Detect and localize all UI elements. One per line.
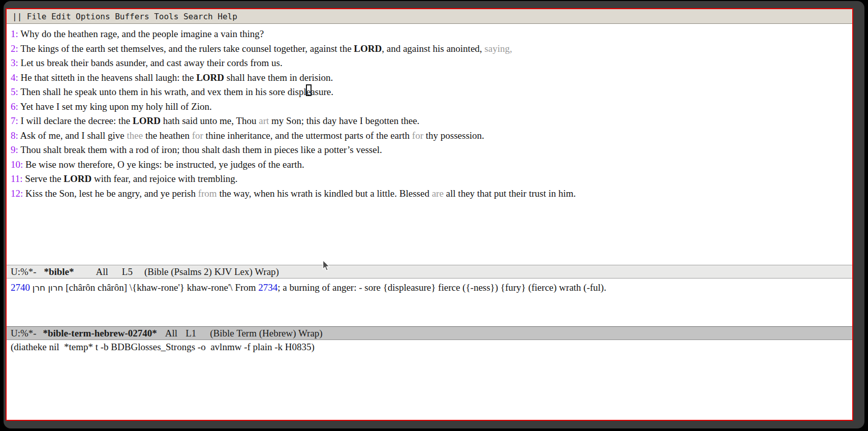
verse-line[interactable]: 9: Thou shalt break them with a rod of i… [11,143,852,158]
verse-text: thy possession. [423,130,484,141]
verse-text: Why do the heathen rage, and the people … [20,28,264,39]
verse-text: Ask of me, and I shall give [20,130,127,141]
verse-text: I will declare the decree: the [21,115,133,126]
divine-name-bold: LORD [354,43,382,54]
verse-number: 7: [11,115,18,126]
mode-list[interactable]: (Bible (Psalms 2) KJV Lex) Wrap) [144,266,279,277]
verse-text: Thou shalt break them with a rod of iron… [20,144,382,155]
menu-item-file[interactable]: File [27,12,47,21]
verse-line[interactable]: 10: Be wise now therefore, O ye kings: b… [11,158,852,172]
line-number: L1 [185,328,196,338]
verse-text: all they that put their trust in him. [444,188,576,199]
verse-text: asure. [311,86,333,97]
bible-buffer[interactable]: 1: Why do the heathen rage, and the peop… [7,24,852,265]
verse-line[interactable]: 11: Serve the LORD with fear, and rejoic… [11,172,852,187]
verse-text: The kings of the earth set themselves, a… [20,43,354,54]
supplied-word: thee [127,130,143,141]
lexicon-buffer[interactable]: 2740 חרון חרן [chârôn chârôn] \{khaw-ron… [7,279,852,326]
menu-item-edit[interactable]: Edit [51,12,71,21]
verse-line[interactable]: 1: Why do the heathen rage, and the peop… [11,27,852,42]
buffer-name[interactable]: *bible* [44,266,74,277]
verse-number: 4: [11,72,18,83]
mode-list[interactable]: (Bible Term (Hebrew) Wrap) [210,328,322,338]
lexicon-text: ; a burning of anger: - sore {displeasur… [277,282,606,293]
emacs-frame: ||FileEditOptionsBuffersToolsSearchHelp … [6,8,853,421]
verse-text: the way, when his wrath is kindled but a… [217,188,432,199]
verse-number: 5: [11,86,18,97]
divine-name-bold: LORD [196,72,224,83]
verse-number: 9: [11,144,18,155]
strongs-number-link[interactable]: 2740 [11,282,30,293]
verse-line[interactable]: 4: He that sitteth in the heavens shall … [11,71,852,85]
verse-line[interactable]: 2: The kings of the earth set themselves… [11,42,852,56]
menu-item-buffers[interactable]: Buffers [115,12,149,21]
verse-number: 10: [11,159,23,170]
modeline-lexicon[interactable]: U:%*- *bible-term-hebrew-02740*AllL1(Bib… [7,326,852,340]
verse-number: 1: [11,28,18,39]
divine-name-bold: LORD [64,173,91,184]
verse-text: my Son; this day have I begotten thee. [269,115,419,126]
verse-number: 3: [11,57,18,68]
divine-name-bold: LORD [133,115,161,126]
verse-number: 12: [11,188,23,199]
line-number: L5 [122,266,133,277]
editor-cursor: e [306,86,311,97]
verse-line[interactable]: 6: Yet have I set my king upon my holy h… [11,100,852,114]
supplied-word: saying, [484,43,512,54]
lexicon-line: 2740 חרון חרן [chârôn chârôn] \{khaw-ron… [11,281,852,295]
verse-number: 8: [11,130,18,141]
verse-text: Serve the [25,173,64,184]
verse-number: 6: [11,101,18,112]
verse-line[interactable]: 3: Let us break their bands asunder, and… [11,56,852,71]
hebrew-word: חרון חרן [33,283,64,293]
verse-text: Then shall he speak unto them in his wra… [20,86,306,97]
modeline-prefix: U:%*- [11,328,39,338]
supplied-word: from [198,188,217,199]
menu-bar: ||FileEditOptionsBuffersToolsSearchHelp [7,9,852,24]
verse-text: Yet have I set my king upon my holy hill… [20,101,212,112]
verse-line[interactable]: 8: Ask of me, and I shall give thee the … [11,129,852,143]
verse-number: 11: [11,173,23,184]
verse-text: with fear, and rejoice with trembling. [91,173,237,184]
menu-item-search[interactable]: Search [183,12,213,21]
verse-list: 1: Why do the heathen rage, and the peop… [11,27,852,201]
verse-text: Kiss the Son, lest he be angry, and ye p… [25,188,198,199]
supplied-word: for [192,130,203,141]
menu-item-options[interactable]: Options [76,12,110,21]
scroll-position: All [96,266,108,277]
verse-line[interactable]: 7: I will declare the decree: the LORD h… [11,114,852,129]
verse-line[interactable]: 5: Then shall he speak unto them in his … [11,85,852,100]
verse-number: 2: [11,43,18,54]
supplied-word: are [432,188,444,199]
modeline-prefix: U:%*- [11,266,39,277]
lexicon-text: [chârôn chârôn] \{khaw-rone'} khaw-rone'… [63,282,258,293]
modeline-bible[interactable]: U:%*- *bible*AllL5(Bible (Psalms 2) KJV … [7,265,852,279]
menu-item-bars[interactable]: || [12,12,22,21]
verse-text: the heathen [143,130,192,141]
verse-text: shall have them in derision. [224,72,333,83]
supplied-word: art [259,115,269,126]
verse-line[interactable]: 12: Kiss the Son, lest he be angry, and … [11,187,852,201]
buffer-name[interactable]: *bible-term-hebrew-02740* [43,328,157,338]
scroll-position: All [165,328,177,338]
verse-text: Let us break their bands asunder, and ca… [21,57,283,68]
verse-text: He that sitteth in the heavens shall lau… [21,72,197,83]
minibuffer-text: (diatheke nil *temp* t -b BDBGlosses_Str… [11,342,315,352]
menu-item-help[interactable]: Help [218,12,237,21]
verse-text: , and against his anointed, [382,43,484,54]
supplied-word: for [412,130,423,141]
menu-item-tools[interactable]: Tools [154,12,178,21]
verse-text: Be wise now therefore, O ye kings: be in… [25,159,304,170]
strongs-number-link[interactable]: 2734 [258,282,277,293]
verse-text: thine inheritance, and the uttermost par… [203,130,412,141]
minibuffer[interactable]: (diatheke nil *temp* t -b BDBGlosses_Str… [7,340,852,420]
verse-text: hath said unto me, Thou [161,115,259,126]
